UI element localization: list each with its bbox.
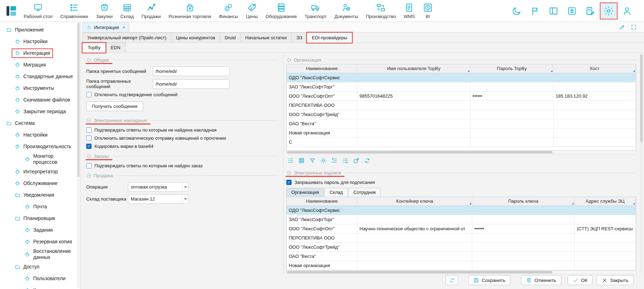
hscrollbar-thumb[interactable] <box>287 271 552 273</box>
hscrollbar-thumb[interactable] <box>287 151 552 154</box>
column-header[interactable]: Контейнер ключа <box>357 197 472 206</box>
signature-tab-warehouse[interactable]: Склад <box>324 188 348 197</box>
table-row[interactable]: С <box>287 138 636 147</box>
refresh-button[interactable] <box>445 275 458 285</box>
gear-icon[interactable] <box>320 157 327 164</box>
collapse-icon[interactable] <box>86 173 92 178</box>
sidebar-item-process-monitor[interactable]: Монитор процессов <box>0 152 80 166</box>
checkbox[interactable] <box>86 92 92 97</box>
sidebar-item-tasks[interactable]: Задания <box>0 224 80 236</box>
settings-button[interactable] <box>601 4 616 18</box>
get-messages-button[interactable]: Получить сообщения <box>86 102 143 111</box>
table-row[interactable]: ООО "ЛюксСофтТрейд" <box>287 110 636 119</box>
sidebar-item-mail[interactable]: Почта <box>0 201 80 213</box>
received-folder-input[interactable] <box>153 67 230 76</box>
tab-close-icon[interactable]: × <box>123 25 125 30</box>
export-icon[interactable] <box>353 157 360 164</box>
tab-integration[interactable]: Интеграция × <box>82 22 129 32</box>
tab-edn[interactable]: EDN <box>105 43 125 52</box>
tab-ez[interactable]: ЭЗ <box>291 33 307 42</box>
sidebar-item-performance[interactable]: Производительность <box>0 141 80 152</box>
sidebar-item-app-settings[interactable]: Настройки <box>0 36 80 47</box>
column-header[interactable]: Наименование <box>287 197 357 206</box>
sidebar-item-notifications[interactable]: Уведомления <box>0 189 80 201</box>
module-prices[interactable]: Цены <box>242 0 262 22</box>
column-header[interactable]: Пароль ключа <box>472 197 575 206</box>
app-logo[interactable] <box>3 2 20 19</box>
profile-button[interactable] <box>619 4 635 18</box>
column-header[interactable]: Наименование <box>287 64 357 73</box>
sidebar-scrollbar[interactable] <box>77 23 80 288</box>
sidebar-scrollbar-thumb[interactable] <box>77 23 80 177</box>
table-row[interactable]: ОАО "Веста" <box>287 119 636 128</box>
sidebar-item-restore-data[interactable]: Восстановление данных <box>0 248 80 261</box>
grid-icon[interactable] <box>298 157 305 164</box>
refresh-icon[interactable] <box>364 157 371 164</box>
sidebar-item-interpreter[interactable]: Интерпретатор <box>0 166 80 178</box>
layout-button[interactable] <box>546 4 561 18</box>
table-row[interactable]: Новая организация <box>287 128 636 138</box>
table-row[interactable]: ПЕРСПЕКТИВА ООО <box>287 233 636 243</box>
tab-druid[interactable]: Druid <box>220 33 241 42</box>
module-sales[interactable]: Продажи <box>137 0 164 22</box>
sent-folder-input[interactable] <box>153 79 230 89</box>
chevron-down-icon[interactable] <box>182 195 188 203</box>
checkbox[interactable] <box>86 127 92 133</box>
checkbox[interactable] <box>86 163 92 168</box>
tab-competitor-prices[interactable]: Цены конкурентов <box>171 33 220 42</box>
sidebar-item-application[interactable]: Приложение <box>0 24 80 36</box>
organizations-table-hscrollbar[interactable] <box>286 151 636 154</box>
sidebar-item-system[interactable]: Система <box>0 117 80 129</box>
table-row[interactable]: ОДО "ЛюксСофтСервис <box>287 73 636 82</box>
sidebar-item-system-settings[interactable]: Настройки <box>0 129 80 141</box>
sidebar-item-scheduler[interactable]: Планировщик <box>0 213 80 224</box>
cancel-button[interactable]: Отменить <box>521 275 561 285</box>
sidebar-item-period-closing[interactable]: Закрытие периода <box>0 106 80 117</box>
module-purchases[interactable]: Закупки <box>92 0 116 22</box>
formatting-button[interactable] <box>564 4 580 18</box>
module-finance[interactable]: Финансы <box>215 0 242 22</box>
checkbox[interactable]: ✓ <box>286 180 292 185</box>
module-wms[interactable]: WMS <box>400 0 419 22</box>
checkbox[interactable] <box>86 135 92 141</box>
signatures-table-hscrollbar[interactable] <box>286 271 636 274</box>
table-row[interactable]: ПЕРСПЕКТИВА ООО <box>287 101 636 110</box>
collapse-icon[interactable] <box>86 154 92 159</box>
column-header[interactable]: Адрес службы ЭЦ <box>575 197 636 206</box>
module-transport[interactable]: Транспорт <box>301 0 331 22</box>
table-row[interactable]: ЗАО "ЛюксСофтТорг" <box>287 215 636 224</box>
table-row[interactable]: ООО "ЛюксСофтОпт"9855701648225••••••185.… <box>287 92 636 101</box>
module-production[interactable]: Производство <box>362 0 400 22</box>
collapse-icon[interactable] <box>286 57 292 63</box>
column-header[interactable]: Хост <box>554 64 636 73</box>
module-documents[interactable]: Документы <box>330 0 362 22</box>
ok-button[interactable]: ОК <box>568 275 592 285</box>
module-equipment[interactable]: Оборудование <box>262 0 300 22</box>
tab-opening-balances[interactable]: Начальные остатки <box>240 33 292 42</box>
sidebar-item-backup[interactable]: Резервная копия <box>0 236 80 248</box>
sidebar-item-computers[interactable]: Компьютеры <box>0 284 80 289</box>
operation-combo[interactable]: оптовая отгрузка <box>128 182 189 192</box>
column-header[interactable]: Имя пользователя TopBy <box>357 64 470 73</box>
table-row[interactable]: ЗАО "ЛюксСофтТорг" <box>287 82 636 92</box>
sidebar-item-integration[interactable]: Интеграция <box>0 47 80 59</box>
module-bi[interactable]: BI <box>419 0 437 22</box>
sidebar-item-tools[interactable]: Инструменты <box>0 82 80 94</box>
collapse-icon[interactable] <box>86 57 92 63</box>
tab-edi-providers[interactable]: EDI-провайдеры <box>307 33 352 42</box>
chevron-down-icon[interactable] <box>182 183 188 191</box>
expand-icon[interactable] <box>631 24 637 30</box>
close-button[interactable]: Закрыть <box>597 275 633 285</box>
columns-icon[interactable] <box>287 157 294 164</box>
table-row[interactable]: ООО "ЛюксСофтОпт"Научно-техническое обще… <box>287 224 636 233</box>
signature-tab-organization[interactable]: Организация <box>286 188 324 197</box>
module-desktop[interactable]: Рабочий стол <box>20 0 57 22</box>
list-num-icon[interactable] <box>331 157 338 164</box>
table-row[interactable]: ООО "ЛюксСофтТрейд" <box>287 243 636 252</box>
list-add-icon[interactable] <box>342 157 349 164</box>
signature-tab-employee[interactable]: Сотрудник <box>349 188 381 197</box>
column-header[interactable]: Пароль TopBy <box>470 64 554 73</box>
content-scrollbar-thumb[interactable] <box>640 54 643 142</box>
sidebar-item-file-download[interactable]: Скачивание файлов <box>0 94 80 106</box>
theme-button[interactable] <box>509 4 525 18</box>
